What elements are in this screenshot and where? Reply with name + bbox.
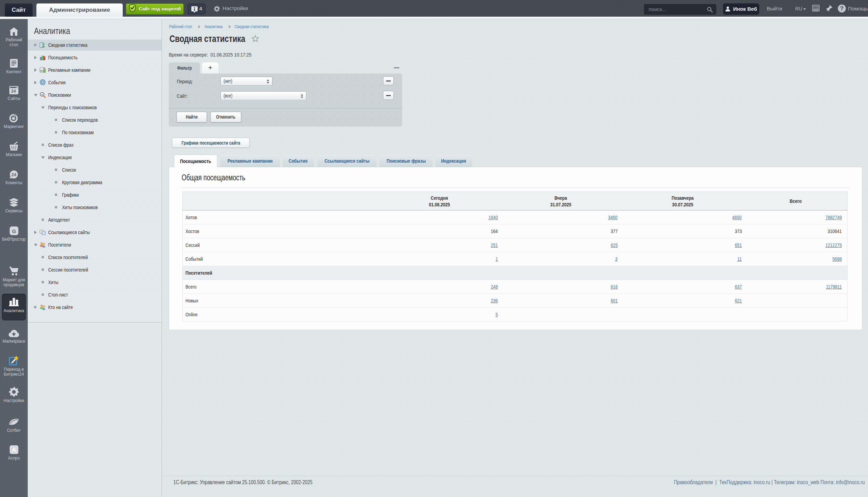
svg-text:A: A bbox=[12, 447, 16, 453]
svg-text:G: G bbox=[12, 228, 16, 234]
svg-text:Σ: Σ bbox=[42, 43, 45, 48]
svg-text:w: w bbox=[41, 93, 43, 96]
svg-text:24: 24 bbox=[11, 172, 16, 177]
svg-text:24: 24 bbox=[11, 89, 16, 94]
